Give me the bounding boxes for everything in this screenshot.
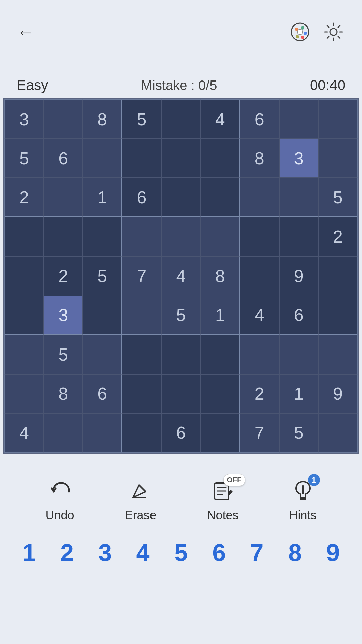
cell[interactable]: [83, 335, 122, 374]
notes-button[interactable]: OFF Notes: [207, 477, 238, 522]
cell[interactable]: [279, 217, 318, 256]
cell[interactable]: 7: [240, 414, 279, 453]
cell[interactable]: [318, 296, 358, 335]
cell[interactable]: 9: [279, 256, 318, 296]
cell[interactable]: [83, 217, 122, 256]
cell[interactable]: 5: [83, 256, 122, 296]
cell[interactable]: 8: [240, 139, 279, 178]
cell[interactable]: 7: [122, 256, 161, 296]
cell[interactable]: 5: [279, 414, 318, 453]
cell[interactable]: 4: [4, 414, 44, 453]
cell[interactable]: [122, 296, 161, 335]
cell[interactable]: [279, 99, 318, 139]
cell[interactable]: 4: [201, 99, 240, 139]
cell[interactable]: [318, 414, 358, 453]
cell[interactable]: 8: [201, 256, 240, 296]
cell[interactable]: 1: [83, 178, 122, 217]
cell[interactable]: 6: [279, 296, 318, 335]
numpad-2-button[interactable]: 2: [50, 539, 84, 567]
cell[interactable]: 5: [44, 335, 83, 374]
header-icons: [288, 20, 345, 44]
numpad-7-button[interactable]: 7: [240, 539, 274, 567]
cell[interactable]: [240, 217, 279, 256]
cell[interactable]: [122, 374, 161, 414]
cell[interactable]: 3: [44, 296, 83, 335]
cell[interactable]: 5: [318, 178, 358, 217]
cell[interactable]: 6: [44, 139, 83, 178]
cell[interactable]: [122, 414, 161, 453]
cell[interactable]: [240, 256, 279, 296]
erase-button[interactable]: Erase: [125, 477, 156, 522]
cell[interactable]: 6: [122, 178, 161, 217]
cell[interactable]: [122, 217, 161, 256]
cell[interactable]: [4, 256, 44, 296]
cell[interactable]: [44, 99, 83, 139]
cell[interactable]: [161, 335, 200, 374]
hints-button[interactable]: 1 Hints: [289, 477, 316, 522]
cell[interactable]: 2: [44, 256, 83, 296]
cell[interactable]: [44, 178, 83, 217]
numpad-5-button[interactable]: 5: [164, 539, 198, 567]
cell[interactable]: [201, 414, 240, 453]
cell[interactable]: [201, 178, 240, 217]
cell[interactable]: [161, 139, 200, 178]
cell[interactable]: [201, 139, 240, 178]
cell[interactable]: [318, 139, 358, 178]
cell[interactable]: 2: [240, 374, 279, 414]
cell[interactable]: [44, 414, 83, 453]
cell[interactable]: [122, 335, 161, 374]
cell[interactable]: [161, 178, 200, 217]
settings-icon[interactable]: [322, 20, 345, 44]
back-button[interactable]: ←: [17, 22, 34, 42]
difficulty-label: Easy: [17, 77, 48, 93]
cell[interactable]: [4, 335, 44, 374]
numpad-1-button[interactable]: 1: [12, 539, 46, 567]
numpad-4-button[interactable]: 4: [126, 539, 160, 567]
cell[interactable]: [318, 335, 358, 374]
cell[interactable]: 8: [44, 374, 83, 414]
cell[interactable]: [318, 99, 358, 139]
cell[interactable]: 2: [318, 217, 358, 256]
cell[interactable]: 9: [318, 374, 358, 414]
cell[interactable]: 3: [4, 99, 44, 139]
cell[interactable]: 8: [83, 99, 122, 139]
cell[interactable]: 5: [122, 99, 161, 139]
cell[interactable]: [83, 139, 122, 178]
cell[interactable]: [4, 296, 44, 335]
cell[interactable]: 5: [161, 296, 200, 335]
cell[interactable]: [201, 217, 240, 256]
cell[interactable]: 5: [4, 139, 44, 178]
cell[interactable]: 6: [240, 99, 279, 139]
cell[interactable]: [83, 296, 122, 335]
numpad-8-button[interactable]: 8: [278, 539, 312, 567]
cell[interactable]: 6: [83, 374, 122, 414]
cell[interactable]: [240, 178, 279, 217]
numpad-9-button[interactable]: 9: [316, 539, 350, 567]
cell[interactable]: 1: [279, 374, 318, 414]
cell[interactable]: [318, 256, 358, 296]
cell[interactable]: [279, 178, 318, 217]
cell[interactable]: [279, 335, 318, 374]
numpad-3-button[interactable]: 3: [88, 539, 122, 567]
cell[interactable]: [161, 374, 200, 414]
cell[interactable]: [83, 414, 122, 453]
cell[interactable]: 6: [161, 414, 200, 453]
cell[interactable]: [201, 335, 240, 374]
cell[interactable]: [122, 139, 161, 178]
cell[interactable]: 2: [4, 178, 44, 217]
undo-button[interactable]: Undo: [45, 477, 74, 522]
cell[interactable]: [44, 217, 83, 256]
cell[interactable]: [4, 217, 44, 256]
cell[interactable]: 1: [201, 296, 240, 335]
cell[interactable]: [161, 217, 200, 256]
numpad-6-button[interactable]: 6: [202, 539, 236, 567]
cell[interactable]: [240, 335, 279, 374]
cell[interactable]: [161, 99, 200, 139]
cell[interactable]: [4, 374, 44, 414]
cell[interactable]: 4: [161, 256, 200, 296]
palette-icon[interactable]: [288, 20, 312, 44]
sudoku-grid: 38546568321652257489351465862194675: [3, 98, 359, 454]
cell[interactable]: 3: [279, 139, 318, 178]
cell[interactable]: 4: [240, 296, 279, 335]
cell[interactable]: [201, 374, 240, 414]
